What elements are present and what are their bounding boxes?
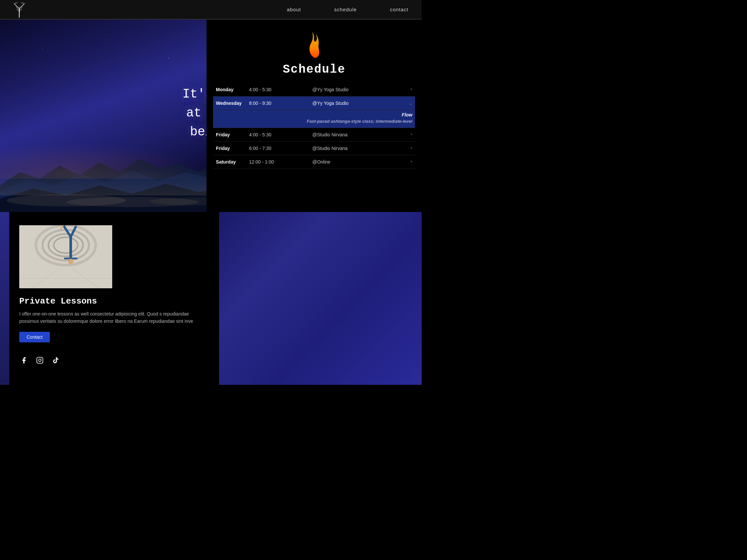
schedule-chevron[interactable]: ⌄ — [397, 97, 415, 110]
main-content: Private Lessons I offer one-on-one lesso… — [0, 212, 422, 385]
class-description: Fast-paced ashtanga-style class; interme… — [216, 119, 412, 124]
svg-rect-36 — [37, 357, 43, 363]
svg-line-11 — [16, 2, 17, 3]
table-row[interactable]: Saturday 12:00 - 1:00 @Online ^ — [213, 155, 415, 169]
flame-icon — [306, 29, 323, 59]
svg-line-13 — [21, 2, 22, 3]
schedule-day: Saturday — [213, 155, 246, 169]
svg-point-34 — [68, 259, 73, 264]
schedule-day: Friday — [213, 128, 246, 142]
table-row[interactable]: Friday 4:00 - 5:30 @Studio Nirvana ^ — [213, 128, 415, 142]
schedule-time: 4:00 - 5:30 — [246, 83, 309, 97]
table-row[interactable]: Monday 4:00 - 5:30 @Yy Yoga Studio ^ — [213, 83, 415, 97]
accent-bar — [0, 212, 9, 385]
table-row[interactable]: Friday 6:00 - 7:30 @Studio Nirvana ^ — [213, 142, 415, 155]
schedule-table: Monday 4:00 - 5:30 @Yy Yoga Studio ^ Wed… — [213, 83, 415, 169]
nav-contact[interactable]: contact — [390, 7, 408, 12]
schedule-title: Schedule — [283, 63, 345, 76]
schedule-time: 12:00 - 1:00 — [246, 155, 309, 169]
schedule-day: Monday — [213, 83, 246, 97]
nav-about[interactable]: about — [287, 7, 301, 12]
logo[interactable] — [13, 2, 25, 18]
schedule-chevron[interactable]: ^ — [397, 83, 415, 97]
svg-line-7 — [14, 3, 15, 4]
schedule-location: @Online — [310, 155, 397, 169]
instagram-icon[interactable] — [35, 356, 45, 365]
nav-schedule[interactable]: schedule — [334, 7, 357, 12]
schedule-location: @Yy Yoga Studio — [310, 97, 397, 110]
schedule-location: @Yy Yoga Studio — [310, 83, 397, 97]
right-blue-section — [219, 212, 422, 385]
social-icons — [19, 356, 209, 365]
schedule-time: 4:00 - 5:30 — [246, 128, 309, 142]
schedule-chevron[interactable]: ^ — [397, 155, 415, 169]
left-section: Private Lessons I offer one-on-one lesso… — [0, 212, 219, 385]
schedule-chevron[interactable]: ^ — [397, 128, 415, 142]
schedule-location: @Studio Nirvana — [310, 142, 397, 155]
table-row[interactable]: Wednesday 8:00 - 9:30 @Yy Yoga Studio ⌄ — [213, 97, 415, 110]
private-lessons-body: I offer one-on-one lessons as well conse… — [19, 310, 209, 325]
schedule-time: 8:00 - 9:30 — [246, 97, 309, 110]
svg-line-12 — [17, 2, 18, 3]
contact-button[interactable]: Contact — [19, 332, 50, 342]
schedule-time: 6:00 - 7:30 — [246, 142, 309, 155]
navigation: about schedule contact — [0, 0, 422, 19]
schedule-chevron[interactable]: ^ — [397, 142, 415, 155]
yoga-photo — [19, 225, 112, 288]
svg-line-14 — [22, 2, 23, 3]
schedule-expanded-row: Flow Fast-paced ashtanga-style class; in… — [213, 110, 415, 128]
class-name: Flow — [216, 112, 412, 117]
svg-line-10 — [24, 3, 25, 4]
private-lessons-title: Private Lessons — [19, 296, 209, 306]
svg-point-37 — [38, 359, 41, 361]
hero-section: It's not about being good at something. … — [0, 20, 422, 212]
svg-point-38 — [41, 358, 42, 359]
tiktok-icon[interactable] — [51, 356, 60, 365]
facebook-icon[interactable] — [19, 356, 29, 365]
schedule-day: Friday — [213, 142, 246, 155]
schedule-location: @Studio Nirvana — [310, 128, 397, 142]
schedule-day: Wednesday — [213, 97, 246, 110]
schedule-panel: Schedule Monday 4:00 - 5:30 @Yy Yoga Stu… — [206, 20, 422, 212]
svg-line-8 — [15, 3, 16, 4]
svg-line-9 — [23, 3, 24, 4]
